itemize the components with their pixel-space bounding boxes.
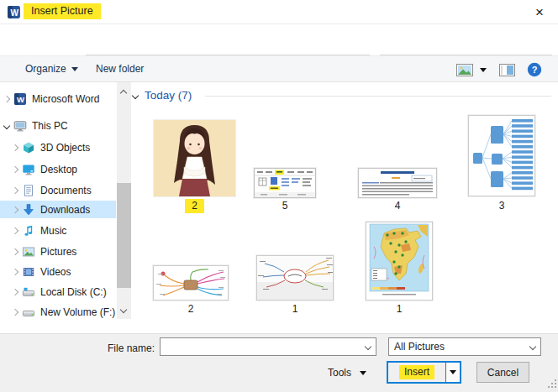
- scroll-down-icon[interactable]: [121, 303, 126, 315]
- music-icon: [22, 224, 36, 238]
- organize-label: Organize: [25, 63, 66, 75]
- file-item-document-screenshot[interactable]: [358, 168, 437, 198]
- navigation-bar: ← → ↑ This PC Downloads ↻: [0, 24, 558, 55]
- sidebar-item-desktop[interactable]: Desktop: [0, 160, 116, 178]
- file-label-text: 4: [395, 200, 401, 212]
- file-name-combo[interactable]: [160, 337, 376, 356]
- group-header-rule: [205, 96, 551, 97]
- sidebar-item-music[interactable]: Music: [0, 222, 116, 239]
- file-item-hand-drawn-mindmap[interactable]: [256, 255, 334, 301]
- insert-button[interactable]: Insert: [388, 363, 445, 382]
- file-label: 5: [254, 200, 316, 212]
- views-dropdown-icon: [480, 68, 487, 72]
- expander-icon[interactable]: [8, 310, 22, 315]
- system-disk-icon: [22, 285, 36, 299]
- pictures-icon: [22, 245, 36, 259]
- expander-icon[interactable]: [8, 228, 22, 233]
- sidebar-item-label: This PC: [32, 120, 68, 132]
- sidebar-item-microsoft-word[interactable]: W Microsoft Word: [0, 90, 116, 107]
- insert-dropdown-icon: [450, 370, 456, 374]
- file-label: 1: [366, 303, 433, 315]
- file-item-word-ribbon-screenshot[interactable]: [254, 168, 316, 198]
- file-name-dropdown-icon[interactable]: [361, 338, 376, 355]
- svg-text:?: ?: [532, 65, 538, 75]
- group-header-today[interactable]: Today (7): [133, 89, 192, 102]
- resize-grip[interactable]: [546, 378, 557, 391]
- word-ribbon-thumbnail: [254, 168, 316, 198]
- sidebar-item-label: Desktop: [40, 164, 77, 175]
- navigation-pane: W Microsoft Word This PC 3D Objects Desk…: [0, 82, 116, 333]
- africa-map-thumbnail: [366, 222, 433, 301]
- sidebar-item-label: Documents: [40, 185, 92, 196]
- expander-icon[interactable]: [8, 145, 22, 150]
- file-label-text: 2: [185, 199, 204, 213]
- sidebar-item-documents[interactable]: Documents: [0, 181, 116, 199]
- file-name-label: File name:: [67, 342, 155, 354]
- sidebar-item-label: 3D Objects: [40, 142, 90, 154]
- preview-pane-button[interactable]: [499, 64, 515, 76]
- expander-icon[interactable]: [8, 290, 22, 295]
- sidebar-item-3d-objects[interactable]: 3D Objects: [0, 139, 116, 156]
- file-type-select[interactable]: All Pictures: [388, 337, 541, 356]
- file-item-blue-tree-diagram[interactable]: [468, 115, 535, 196]
- expander-icon[interactable]: [8, 249, 22, 254]
- insert-split-button[interactable]: Insert: [387, 361, 461, 384]
- file-label: 1: [256, 303, 334, 315]
- desktop-icon: [22, 163, 36, 176]
- word-app-icon: W: [7, 5, 21, 19]
- file-label-text: 2: [188, 303, 194, 315]
- file-label-text: 1: [292, 303, 298, 315]
- sidebar-item-pictures[interactable]: Pictures: [0, 243, 116, 260]
- help-icon: ?: [527, 62, 542, 77]
- thumbnails-view-icon: [456, 64, 473, 76]
- sidebar-item-label: Downloads: [40, 204, 90, 216]
- sidebar-item-local-disk-c[interactable]: Local Disk (C:): [0, 283, 116, 301]
- sidebar-item-label: New Volume (F:): [40, 306, 115, 318]
- title-bar: W Insert Picture ×: [0, 0, 558, 24]
- file-label: 2: [153, 303, 229, 315]
- close-button[interactable]: ×: [521, 0, 558, 24]
- expander-icon[interactable]: [8, 207, 22, 212]
- sidebar-item-downloads[interactable]: Downloads: [0, 201, 116, 218]
- scrollbar-thumb[interactable]: [117, 183, 131, 288]
- dialog-title: Insert Picture: [24, 3, 101, 19]
- expander-icon[interactable]: [8, 269, 22, 274]
- organize-button[interactable]: Organize: [25, 63, 78, 75]
- expander-icon[interactable]: [8, 167, 22, 172]
- tools-dropdown-icon: [360, 371, 366, 375]
- tools-label: Tools: [328, 367, 351, 379]
- help-button[interactable]: ?: [527, 62, 542, 77]
- expander-icon[interactable]: [8, 188, 22, 193]
- cancel-button[interactable]: Cancel: [476, 362, 529, 383]
- file-list: Today (7) 2: [131, 82, 558, 333]
- sidebar-item-label: Pictures: [40, 246, 76, 258]
- file-item-girl-illustration[interactable]: [154, 120, 235, 196]
- scroll-up-icon[interactable]: [121, 86, 126, 98]
- expander-icon[interactable]: [0, 123, 13, 128]
- insert-dropdown-button[interactable]: [445, 363, 460, 382]
- sidebar-item-videos[interactable]: Videos: [0, 263, 116, 280]
- sidebar-item-new-volume-f[interactable]: New Volume (F:): [0, 303, 116, 321]
- documents-icon: [22, 184, 36, 197]
- hand-drawn-mindmap-thumbnail: [256, 255, 334, 301]
- file-label: 3: [468, 200, 535, 212]
- sidebar-item-label: Music: [40, 225, 66, 237]
- cancel-label: Cancel: [487, 367, 519, 379]
- preview-pane-icon: [499, 64, 515, 76]
- new-folder-button[interactable]: New folder: [96, 63, 144, 75]
- sidebar-scrollbar[interactable]: [117, 82, 131, 319]
- file-item-colorful-mindmap[interactable]: [153, 265, 229, 301]
- sidebar-item-this-pc[interactable]: This PC: [0, 117, 116, 134]
- file-label-text: 3: [499, 200, 505, 212]
- svg-text:W: W: [17, 95, 24, 104]
- sidebar-item-label: Videos: [40, 266, 71, 278]
- downloads-icon: [22, 203, 36, 217]
- 3d-objects-icon: [22, 141, 36, 154]
- tools-button[interactable]: Tools: [328, 367, 366, 379]
- svg-text:W: W: [10, 8, 18, 18]
- file-item-africa-map[interactable]: [366, 222, 433, 301]
- file-name-input[interactable]: [161, 338, 361, 355]
- views-button[interactable]: [456, 64, 487, 76]
- collapse-group-icon: [132, 91, 139, 98]
- expander-icon[interactable]: [0, 97, 13, 102]
